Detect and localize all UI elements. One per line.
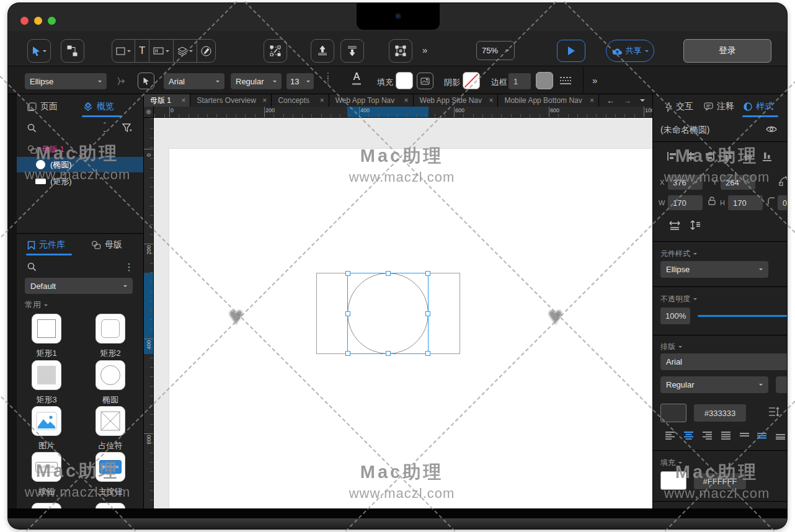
canvas-tab[interactable]: Starters Overview× xyxy=(190,94,272,107)
resize-handle-s[interactable] xyxy=(386,351,391,356)
text-color-hex-field[interactable]: #333333 xyxy=(694,404,746,422)
typo-weight-dropdown[interactable]: Regular xyxy=(660,376,768,393)
typo-size-field[interactable] xyxy=(776,376,787,393)
sort-icon[interactable]: ⌃⌄ xyxy=(102,122,107,133)
fill-color-swatch[interactable] xyxy=(660,471,686,490)
library-item-rect1[interactable] xyxy=(32,314,61,344)
text-align-justify-icon[interactable] xyxy=(721,432,732,440)
resize-handle-n[interactable] xyxy=(386,271,391,276)
library-item-placeholder[interactable] xyxy=(95,406,125,436)
resize-handle-ne[interactable] xyxy=(425,271,430,276)
canvas-tab[interactable]: Web App Side Nav× xyxy=(414,94,499,107)
fill-hex-field[interactable]: #FFFFFF xyxy=(694,473,746,489)
height-field[interactable]: 170 xyxy=(728,195,763,210)
preview-button[interactable] xyxy=(557,40,585,62)
library-search-icon[interactable] xyxy=(27,262,37,272)
zoom-select[interactable]: 75% xyxy=(476,41,515,60)
close-icon[interactable]: × xyxy=(181,96,185,105)
y-field[interactable]: 264 xyxy=(721,175,755,190)
close-icon[interactable]: × xyxy=(489,96,493,105)
font-family-dropdown[interactable]: Arial xyxy=(164,73,224,89)
more-style-chevron[interactable]: » xyxy=(592,75,596,86)
library-item-partial[interactable] xyxy=(32,503,61,508)
eye-icon[interactable] xyxy=(766,125,777,133)
update-style-icon[interactable] xyxy=(115,76,127,87)
text-valign-bottom-icon[interactable] xyxy=(776,432,786,440)
lock-aspect-icon[interactable] xyxy=(708,196,716,206)
align-left-icon[interactable] xyxy=(667,152,677,161)
design-canvas[interactable] xyxy=(154,118,652,508)
tab-master-library[interactable]: 母版 xyxy=(91,239,122,250)
tab-interactions[interactable]: 交互 xyxy=(665,101,693,112)
align-right-icon[interactable] xyxy=(705,152,715,161)
minimize-traffic-light[interactable] xyxy=(34,17,42,25)
pen-tool-button[interactable] xyxy=(197,40,215,62)
fit-height-icon[interactable] xyxy=(689,219,701,231)
text-valign-middle-icon[interactable] xyxy=(757,432,768,440)
typo-font-field[interactable]: Arial xyxy=(660,353,787,370)
back-arrow-icon[interactable]: ← xyxy=(606,96,615,105)
fill-section-label[interactable]: 填充 xyxy=(660,458,682,468)
typography-label[interactable]: 排版 xyxy=(660,342,682,352)
edit-points-button[interactable] xyxy=(264,39,287,63)
layers-tool-button[interactable] xyxy=(173,40,197,62)
outline-master-row[interactable]: 母版 1 xyxy=(17,141,143,157)
bring-to-front-button[interactable] xyxy=(311,39,334,63)
text-align-top-icon[interactable] xyxy=(740,433,750,440)
shadow-swatch[interactable] xyxy=(463,72,480,89)
text-tool-button[interactable]: T xyxy=(135,40,149,62)
tab-notes[interactable]: 注释 xyxy=(704,101,734,112)
share-button[interactable]: 共享 xyxy=(606,40,654,62)
library-item-partial[interactable] xyxy=(95,503,125,508)
maximize-traffic-light[interactable] xyxy=(48,17,56,25)
text-align-right-icon[interactable] xyxy=(703,432,713,440)
library-set-dropdown[interactable]: Default xyxy=(25,278,133,294)
border-width-field[interactable]: 1 xyxy=(509,73,531,89)
tab-style[interactable]: 样式 xyxy=(744,101,773,112)
outline-item-ellipse[interactable]: (椭圆) xyxy=(17,157,143,172)
resize-handle-sw[interactable] xyxy=(345,351,350,356)
resize-handle-e[interactable] xyxy=(425,311,430,316)
opacity-slider[interactable] xyxy=(698,315,787,317)
font-size-dropdown[interactable]: 13 xyxy=(286,73,314,89)
form-widget-button[interactable] xyxy=(149,40,173,62)
widget-style-dropdown[interactable]: Ellipse xyxy=(660,261,768,278)
library-item-rect2[interactable] xyxy=(95,314,125,344)
corner-radius-field[interactable]: 0 xyxy=(778,195,787,210)
search-icon[interactable] xyxy=(27,123,37,133)
border-style-icon[interactable] xyxy=(559,76,572,85)
tab-component-library[interactable]: 元件库 xyxy=(27,239,65,250)
connector-tool-button[interactable] xyxy=(61,39,84,63)
close-icon[interactable]: × xyxy=(404,96,409,105)
fill-color-swatch[interactable] xyxy=(396,72,413,89)
fill-image-button[interactable] xyxy=(417,73,433,89)
forward-arrow-icon[interactable]: → xyxy=(623,96,631,105)
x-field[interactable]: 376 xyxy=(668,175,703,190)
fit-width-icon[interactable] xyxy=(668,220,682,231)
tab-pages[interactable]: 页面 xyxy=(27,101,58,112)
tab-overview[interactable]: 概览 xyxy=(83,101,114,112)
align-middle-icon[interactable] xyxy=(744,152,752,162)
text-color-button[interactable]: A xyxy=(347,71,366,90)
width-field[interactable]: 170 xyxy=(668,195,703,210)
library-item-button[interactable]: BUTTON xyxy=(32,452,61,482)
font-weight-dropdown[interactable]: Regular xyxy=(231,73,282,89)
canvas-tab[interactable]: Web App Top Nav× xyxy=(329,94,414,107)
outline-item-rect[interactable]: (矩形) xyxy=(17,174,143,189)
library-item-primary-button[interactable]: BUTTON xyxy=(95,452,125,482)
canvas-tab[interactable]: 母版 1× xyxy=(144,94,190,107)
widget-style-label[interactable]: 元件样式 xyxy=(660,249,697,259)
select-tool-button[interactable] xyxy=(27,39,51,63)
login-button[interactable]: 登录 xyxy=(683,39,771,63)
close-icon[interactable]: × xyxy=(590,96,594,105)
select-similar-button[interactable] xyxy=(138,73,154,89)
group-button[interactable] xyxy=(389,39,412,63)
align-top-icon[interactable] xyxy=(724,152,733,162)
shape-style-dropdown[interactable]: Ellipse xyxy=(25,73,107,89)
library-menu-icon[interactable]: ⋮ xyxy=(124,261,134,273)
rectangle-tool-button[interactable] xyxy=(112,40,135,62)
send-to-back-button[interactable] xyxy=(340,39,364,63)
resize-handle-w[interactable] xyxy=(345,311,350,316)
library-item-ellipse[interactable] xyxy=(95,360,125,390)
library-item-image[interactable] xyxy=(32,406,61,436)
